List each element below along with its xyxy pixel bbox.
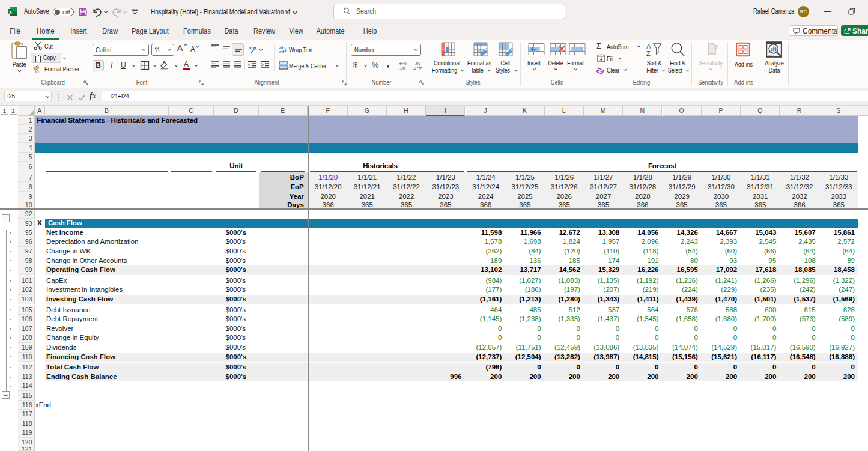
svg-text:Z: Z bbox=[646, 50, 651, 56]
svg-text:.00: .00 bbox=[399, 66, 405, 70]
svg-text:A: A bbox=[646, 43, 651, 50]
svg-text:c: c bbox=[279, 49, 282, 53]
svg-text:.0: .0 bbox=[413, 66, 417, 70]
svg-text:.00: .00 bbox=[415, 61, 420, 65]
svg-text:0: 0 bbox=[404, 61, 407, 65]
svg-text:X: X bbox=[9, 10, 13, 15]
